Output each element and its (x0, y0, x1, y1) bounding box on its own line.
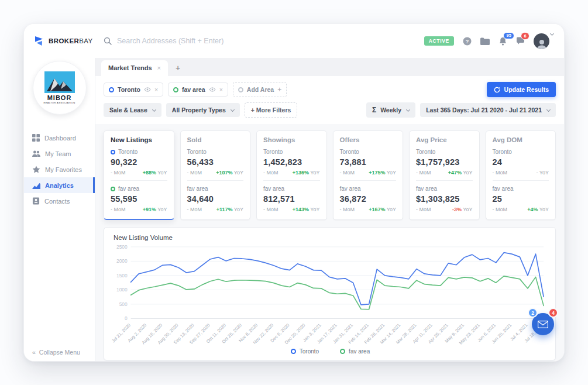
property-types-dropdown[interactable]: All Property Types (166, 103, 240, 117)
messages-button[interactable]: 6 (516, 37, 525, 45)
topbar-actions: ACTIVE ? 95 (424, 33, 553, 49)
sidebar: MIBOR REALTOR ASSOCIATION Dashboard (24, 58, 95, 362)
mom-change: - MoM (493, 207, 508, 212)
sidebar-item-contacts[interactable]: Contacts (24, 193, 95, 209)
mom-change: - MoM (416, 207, 431, 212)
chat-fab-button[interactable]: 2 4 (532, 313, 554, 335)
legend-label: fav area (349, 348, 370, 355)
content-area: New Listings Toronto 90,322 - MoM+88% Yo… (95, 124, 564, 362)
sidebar-item-analytics[interactable]: Analytics (24, 177, 95, 193)
stat-card-sold[interactable]: Sold Toronto 56,433 - MoM+107% YoY fav a… (180, 130, 251, 220)
mom-change: - MoM (111, 170, 126, 176)
stat-value: 25 (493, 194, 549, 204)
refresh-icon (494, 87, 500, 93)
search-input[interactable] (117, 37, 424, 45)
stat-value: 1,452,823 (263, 157, 320, 167)
yoy-change: +175% (369, 170, 385, 176)
tab-close-icon[interactable]: × (157, 64, 161, 71)
area-color-dot (173, 87, 178, 92)
stat-value: 56,433 (187, 157, 244, 167)
update-results-button[interactable]: Update Results (487, 82, 556, 97)
new-listing-volume-chart: 05001000150020002500Jul 21, 2020Aug 2, 2… (111, 242, 549, 348)
collapse-menu-button[interactable]: « Collapse Menu (32, 349, 80, 356)
sidebar-item-label: My Favorites (45, 166, 82, 173)
sale-lease-dropdown[interactable]: Sale & Lease (104, 103, 161, 117)
chat-count-badge: 2 (528, 308, 538, 318)
eye-icon[interactable] (144, 87, 151, 92)
yoy-label: YoY (463, 170, 472, 176)
stat-value: 90,322 (111, 157, 167, 167)
area-color-dot (109, 87, 114, 92)
tab-label: Market Trends (108, 64, 152, 71)
svg-text:2500: 2500 (116, 244, 128, 250)
brand-light: BAY (79, 37, 92, 44)
stat-location: fav area (263, 185, 284, 192)
files-button[interactable] (480, 37, 490, 45)
mom-change: - MoM (340, 207, 355, 212)
help-button[interactable]: ? (463, 37, 472, 46)
yoy-label: YoY (234, 207, 243, 212)
search-icon (104, 37, 112, 45)
legend-item-fav-area[interactable]: fav area (340, 348, 370, 355)
sidebar-nav: Dashboard My Team My Favorites (24, 130, 95, 209)
stat-card-showings[interactable]: Showings Toronto 1,452,823 - MoM+136% Yo… (256, 130, 327, 220)
stat-card-avg-dom[interactable]: Avg DOM Toronto 24 - MoM- YoY fav area 2… (486, 130, 556, 220)
envelope-icon (538, 321, 548, 328)
sidebar-item-dashboard[interactable]: Dashboard (24, 130, 95, 146)
svg-text:?: ? (466, 38, 469, 44)
add-area-button[interactable]: Add Area + (233, 82, 287, 97)
aggregation-dropdown[interactable]: Σ Weekly (366, 102, 415, 118)
star-icon (32, 166, 40, 173)
svg-text:2000: 2000 (116, 258, 128, 264)
notifications-button[interactable]: 95 (498, 37, 507, 46)
plus-icon: + (277, 85, 281, 94)
sidebar-item-my-team[interactable]: My Team (24, 146, 95, 161)
mom-change: - MoM (187, 207, 202, 212)
yoy-label: YoY (539, 170, 549, 176)
date-range-dropdown[interactable]: Last 365 Days: Jul 21 2020 - Jul 21 2021 (420, 103, 556, 117)
legend-item-toronto[interactable]: Toronto (291, 348, 319, 355)
yoy-change: +4% (527, 207, 538, 212)
stat-location: Toronto (416, 149, 435, 155)
aggregation-label: Weekly (380, 106, 401, 114)
chevron-down-icon (550, 31, 554, 35)
stat-card-avg-price[interactable]: Avg Price Toronto $1,757,923 - MoM+47% Y… (409, 130, 480, 220)
sidebar-item-my-favorites[interactable]: My Favorites (24, 161, 95, 177)
team-icon (32, 150, 40, 157)
collapse-icon: « (32, 349, 36, 356)
stat-location: Toronto (187, 149, 207, 155)
mom-change: - MoM (263, 207, 278, 212)
brokerbay-logo: BROKERBAY (33, 36, 95, 46)
area-chip-toronto[interactable]: Toronto × (104, 82, 163, 97)
yoy-label: YoY (310, 207, 319, 212)
stat-card-title: New Listings (111, 136, 167, 143)
user-menu[interactable] (534, 33, 553, 49)
notifications-count-badge: 95 (503, 32, 514, 40)
chevron-down-icon (152, 107, 156, 111)
fav-area-legend-dot (340, 349, 345, 354)
remove-area-icon[interactable]: × (219, 86, 223, 93)
filter-bar: Toronto × fav area (95, 76, 564, 124)
remove-area-icon[interactable]: × (154, 86, 158, 93)
tab-market-trends[interactable]: Market Trends × (101, 60, 168, 76)
add-tab-button[interactable]: + (170, 63, 185, 76)
eye-icon[interactable] (209, 87, 216, 92)
stat-value: 55,595 (111, 194, 167, 204)
chevron-down-icon (406, 107, 410, 111)
more-filters-button[interactable]: + More Filters (245, 102, 298, 118)
yoy-label: YoY (387, 170, 396, 176)
mom-change: - MoM (340, 170, 355, 176)
yoy-change: - (536, 170, 538, 176)
yoy-change: -3% (452, 207, 462, 212)
stat-card-new-listings[interactable]: New Listings Toronto 90,322 - MoM+88% Yo… (104, 130, 174, 220)
mom-change: - MoM (493, 170, 508, 176)
stat-value: 36,872 (340, 194, 397, 204)
area-chip-label: Toronto (118, 86, 140, 93)
analytics-chart-icon (32, 182, 40, 189)
stat-card-offers[interactable]: Offers Toronto 73,881 - MoM+175% YoY fav… (333, 130, 404, 220)
stat-card-title: Showings (263, 136, 320, 143)
brand-bold: BROKER (49, 37, 79, 44)
person-icon (536, 39, 548, 49)
collapse-menu-label: Collapse Menu (39, 349, 80, 356)
area-chip-fav-area[interactable]: fav area × (168, 82, 228, 97)
